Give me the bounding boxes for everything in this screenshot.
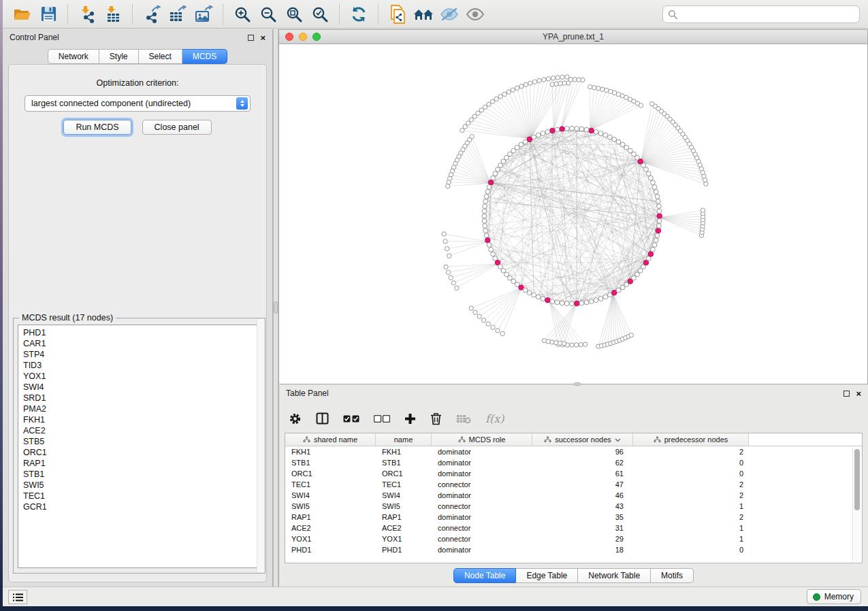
tab-edge-table[interactable]: Edge Table [516, 568, 578, 583]
column-header-shared-name[interactable]: shared name [285, 433, 376, 446]
tab-network[interactable]: Network [48, 49, 99, 64]
column-header-predecessor-nodes[interactable]: predecessor nodes [633, 433, 749, 446]
table-cell: ORC1 [285, 468, 376, 479]
table-row[interactable]: SWI4SWI4dominator462 [285, 490, 852, 501]
table-cell: 96 [532, 446, 633, 457]
attribute-tree-icon [654, 436, 661, 443]
mcds-result-list[interactable]: PHD1CAR1STP4TID3YOX1SWI4SRD1PMA2FKH1ACE2… [18, 325, 261, 568]
zoom-fit-icon[interactable] [283, 3, 305, 25]
mcds-result-item[interactable]: RAP1 [23, 458, 260, 469]
network-graph[interactable] [279, 44, 867, 384]
table-settings-gear-icon[interactable] [289, 412, 302, 425]
mcds-result-item[interactable]: FKH1 [23, 414, 260, 425]
mcds-result-item[interactable]: GCR1 [23, 501, 260, 512]
table-row[interactable]: SWI5SWI5connector431 [285, 501, 852, 512]
show-all-icon[interactable] [464, 3, 486, 25]
table-cell: SWI4 [376, 490, 432, 501]
hide-selected-icon[interactable] [438, 3, 460, 25]
table-row[interactable]: STB1STB1dominator620 [285, 457, 852, 468]
mcds-result-item[interactable]: YOX1 [23, 371, 260, 382]
mcds-result-item[interactable]: STB5 [23, 436, 260, 447]
table-scrollbar[interactable] [852, 447, 861, 562]
float-panel-icon[interactable] [248, 35, 254, 41]
table-row[interactable]: PHD1PHD1dominator180 [285, 544, 852, 555]
open-file-icon[interactable] [12, 3, 33, 25]
table-row[interactable]: ORC1ORC1dominator610 [285, 468, 852, 479]
table-cell: YOX1 [285, 533, 376, 544]
export-table-icon[interactable] [167, 3, 189, 25]
mcds-result-item[interactable]: SRD1 [23, 393, 260, 403]
first-neighbors-icon[interactable] [413, 3, 434, 25]
table-row[interactable]: YOX1YOX1connector291 [285, 533, 852, 544]
table-scrollbar-thumb[interactable] [854, 449, 860, 510]
table-cell: 46 [532, 490, 633, 501]
close-panel-button[interactable]: Close panel [142, 120, 212, 135]
column-label: name [394, 435, 413, 444]
table-cell: SWI4 [285, 490, 376, 501]
run-mcds-button[interactable]: Run MCDS [63, 120, 131, 135]
delete-columns-trash-icon[interactable] [430, 412, 442, 425]
deselect-all-checkboxes-icon[interactable] [374, 415, 390, 423]
network-titlebar[interactable]: YPA_prune.txt_1 [279, 30, 867, 44]
vertical-splitter[interactable] [273, 29, 278, 587]
mcds-result-item[interactable]: ACE2 [23, 425, 260, 436]
attribute-tree-icon [544, 436, 551, 443]
close-panel-icon[interactable]: × [260, 35, 266, 41]
column-header-mcds-role[interactable]: MCDS role [432, 433, 532, 446]
zoom-out-icon[interactable] [257, 3, 279, 25]
horizontal-splitter-grip[interactable] [574, 382, 581, 386]
tab-mcds[interactable]: MCDS [182, 49, 227, 64]
import-network-icon[interactable] [76, 3, 98, 25]
add-column-icon[interactable] [404, 413, 416, 425]
search-input[interactable] [678, 10, 859, 19]
memory-button[interactable]: Memory [807, 589, 861, 604]
function-builder-icon[interactable]: f(x) [485, 412, 504, 425]
mcds-result-item[interactable]: TEC1 [23, 491, 260, 501]
mcds-result-item[interactable]: PMA2 [23, 403, 260, 414]
mcds-result-item[interactable]: SWI4 [23, 382, 260, 393]
search-field[interactable] [662, 5, 860, 23]
zoom-in-icon[interactable] [231, 3, 253, 25]
mcds-result-item[interactable]: SWI5 [23, 480, 260, 491]
mcds-result-item[interactable]: ORC1 [23, 447, 260, 458]
close-table-panel-icon[interactable]: × [856, 391, 861, 397]
splitter-grip[interactable] [274, 301, 278, 314]
mcds-result-item[interactable]: STP4 [23, 349, 260, 360]
table-row[interactable]: ACE2ACE2connector311 [285, 523, 852, 533]
tab-select[interactable]: Select [139, 49, 182, 64]
export-network-icon[interactable] [141, 3, 163, 25]
column-header-name[interactable]: name [376, 433, 432, 446]
duplicate-network-icon[interactable] [387, 3, 408, 25]
save-session-icon[interactable] [37, 3, 59, 25]
table-row[interactable]: RAP1RAP1dominator352 [285, 512, 852, 523]
mcds-result-item[interactable]: TID3 [23, 360, 260, 371]
tab-style[interactable]: Style [99, 49, 139, 64]
table-cell: 2 [633, 512, 749, 523]
tab-node-table[interactable]: Node Table [453, 568, 517, 583]
control-panel-titlebar: Control Panel × [3, 29, 272, 46]
column-header-successor-nodes[interactable]: successor nodes [532, 433, 633, 446]
table-cell: SWI5 [285, 501, 376, 512]
tab-motifs[interactable]: Motifs [651, 568, 694, 583]
mcds-result-item[interactable]: CAR1 [23, 338, 260, 349]
refresh-view-icon[interactable] [348, 3, 370, 25]
mcds-result-item[interactable]: STB1 [23, 469, 260, 480]
select-all-checkboxes-icon[interactable] [343, 415, 359, 423]
export-image-icon[interactable] [193, 3, 214, 25]
network-title: YPA_prune.txt_1 [279, 32, 867, 42]
show-columns-icon[interactable] [316, 412, 329, 425]
network-canvas[interactable] [279, 44, 867, 384]
table-row[interactable]: TEC1TEC1connector472 [285, 479, 852, 490]
table-panel-title: Table Panel [286, 389, 329, 398]
selected-criterion-value: largest connected component (undirected) [31, 99, 236, 108]
table-row[interactable]: FKH1FKH1dominator962 [285, 446, 852, 457]
float-table-panel-icon[interactable] [843, 391, 850, 397]
zoom-selected-icon[interactable] [309, 3, 331, 25]
mcds-result-item[interactable]: PHD1 [23, 327, 260, 338]
delete-table-icon[interactable] [456, 414, 471, 424]
import-table-icon[interactable] [102, 3, 124, 25]
optimization-criterion-select[interactable]: largest connected component (undirected) [25, 95, 251, 112]
tab-network-table[interactable]: Network Table [578, 568, 651, 583]
task-history-button[interactable] [8, 590, 27, 604]
result-list-scrollbar[interactable] [257, 319, 264, 572]
